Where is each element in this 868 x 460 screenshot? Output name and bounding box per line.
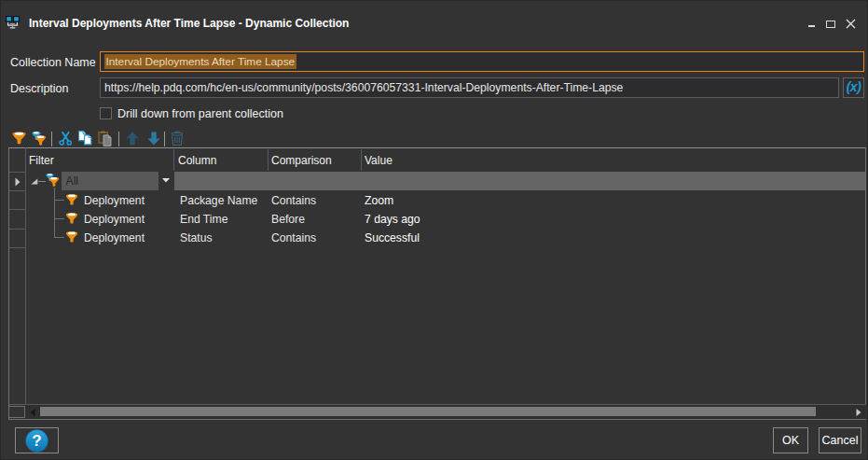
svg-text:?: ? bbox=[32, 432, 41, 450]
